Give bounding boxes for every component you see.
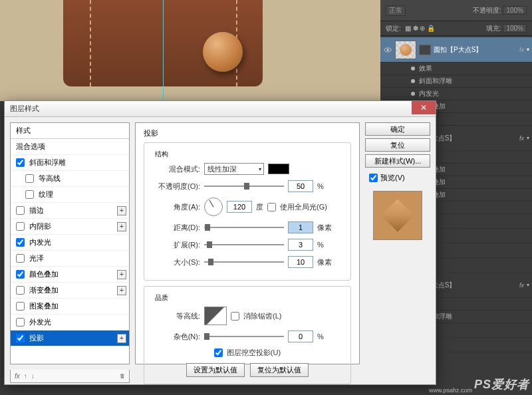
add-icon[interactable]: +: [117, 334, 126, 343]
style-checkbox[interactable]: [16, 238, 25, 247]
spread-slider[interactable]: [204, 244, 284, 245]
style-item-contour[interactable]: 等高线: [11, 171, 129, 187]
style-item-texture[interactable]: 纹理: [11, 187, 129, 203]
opacity-label: 不透明度:: [473, 7, 501, 14]
fx-badge[interactable]: fx: [519, 135, 524, 142]
blend-mode-select[interactable]: 线性加深: [204, 163, 264, 175]
canvas-background: [0, 0, 380, 101]
arrow-up-icon[interactable]: ↑: [24, 372, 27, 380]
spread-input[interactable]: [288, 239, 313, 251]
preview-label: 预览(V): [380, 173, 405, 183]
layer-mask-thumb[interactable]: [419, 45, 431, 55]
fieldset-label: 结构: [152, 150, 171, 159]
blend-options-item[interactable]: 混合选项: [11, 139, 129, 155]
distance-input[interactable]: [288, 221, 313, 233]
fill-label: 填充:: [486, 25, 501, 32]
lock-icons[interactable]: ▦ ✽ ⊕ 🔒: [405, 25, 435, 32]
styles-header[interactable]: 样式: [11, 123, 129, 139]
style-item-inner-glow[interactable]: 内发光: [11, 235, 129, 251]
fx-icon[interactable]: fx: [15, 372, 20, 380]
style-checkbox[interactable]: [25, 190, 34, 199]
collapse-icon[interactable]: ▾: [527, 135, 529, 141]
opacity-label: 不透明度(O):: [152, 182, 200, 192]
fx-badge[interactable]: fx: [519, 47, 524, 53]
noise-slider[interactable]: [204, 336, 284, 337]
fx-badge[interactable]: fx: [519, 282, 524, 289]
effect-row[interactable]: 内发光: [380, 88, 532, 100]
svg-point-1: [387, 49, 389, 51]
stitch-line: [90, 0, 92, 86]
style-checkbox[interactable]: [16, 158, 25, 167]
contour-label: 等高线:: [152, 311, 200, 321]
global-light-checkbox[interactable]: [267, 203, 276, 211]
style-checkbox[interactable]: [16, 334, 25, 342]
collapse-icon[interactable]: ▾: [527, 47, 529, 53]
effect-row[interactable]: 斜面和浮雕: [380, 75, 532, 88]
style-checkbox[interactable]: [16, 206, 25, 215]
contour-picker[interactable]: [204, 307, 227, 325]
distance-label: 距离(D):: [152, 223, 200, 233]
ok-button[interactable]: 确定: [365, 122, 430, 136]
reset-button[interactable]: 复位: [365, 138, 430, 152]
style-checkbox[interactable]: [16, 302, 25, 311]
style-item-bevel[interactable]: 斜面和浮雕: [11, 155, 129, 171]
add-icon[interactable]: +: [117, 222, 126, 231]
distance-slider[interactable]: [204, 227, 284, 228]
layer-thumbnail[interactable]: [395, 41, 416, 59]
visibility-icon[interactable]: [383, 45, 392, 55]
preview-checkbox[interactable]: [369, 174, 378, 182]
blend-mode-select[interactable]: 正常: [386, 5, 406, 16]
effect-label: 内发光: [419, 89, 439, 98]
add-icon[interactable]: +: [117, 286, 126, 295]
style-checkbox[interactable]: [16, 270, 25, 279]
trash-icon[interactable]: 🗑: [120, 373, 125, 379]
add-icon[interactable]: +: [117, 270, 126, 279]
item-label: 斜面和浮雕: [29, 158, 66, 168]
dialog-titlebar[interactable]: 图层样式 ✕: [5, 101, 436, 117]
style-item-inner-shadow[interactable]: 内阴影+: [11, 219, 129, 235]
color-swatch[interactable]: [268, 164, 289, 174]
style-checkbox[interactable]: [16, 222, 25, 231]
fill-value[interactable]: 100%: [503, 24, 527, 33]
noise-input[interactable]: [288, 330, 313, 342]
style-item-gradient-overlay[interactable]: 渐变叠加+: [11, 283, 129, 299]
style-item-drop-shadow[interactable]: 投影+: [11, 330, 129, 346]
new-style-button[interactable]: 新建样式(W)...: [365, 154, 430, 168]
style-checkbox[interactable]: [16, 286, 25, 295]
angle-input[interactable]: [227, 201, 252, 213]
unit-label: 度: [256, 202, 263, 212]
add-icon[interactable]: +: [117, 206, 126, 215]
layer-row[interactable]: 圆扣【P大点S】 fx ▾: [380, 37, 532, 63]
size-label: 大小(S):: [152, 257, 200, 267]
size-input[interactable]: [288, 256, 313, 268]
item-label: 渐变叠加: [29, 285, 59, 295]
knockout-checkbox[interactable]: [214, 348, 223, 357]
unit-label: %: [317, 332, 324, 340]
style-item-stroke[interactable]: 描边+: [11, 203, 129, 219]
antialias-checkbox[interactable]: [231, 312, 239, 321]
style-item-color-overlay[interactable]: 颜色叠加+: [11, 267, 129, 283]
style-checkbox[interactable]: [16, 318, 25, 327]
opacity-input[interactable]: [288, 180, 313, 192]
close-button[interactable]: ✕: [412, 101, 436, 114]
effect-row[interactable]: 效果: [380, 63, 532, 75]
effect-dot: [411, 66, 415, 70]
size-slider[interactable]: [204, 261, 284, 263]
arrow-down-icon[interactable]: ↓: [31, 372, 35, 380]
angle-dial[interactable]: [204, 198, 223, 216]
collapse-icon[interactable]: ▾: [527, 282, 529, 288]
reset-default-button[interactable]: 复位为默认值: [250, 363, 309, 377]
style-item-satin[interactable]: 光泽: [11, 251, 129, 267]
style-checkbox[interactable]: [16, 254, 25, 263]
opacity-value[interactable]: 100%: [503, 6, 527, 15]
unit-label: 像素: [317, 223, 332, 233]
opacity-slider[interactable]: [204, 186, 284, 187]
style-list: 样式 混合选项 斜面和浮雕 等高线 纹理 描边+ 内阴影+ 内发光 光泽 颜色叠…: [10, 122, 130, 364]
antialias-label: 消除锯齿(L): [243, 311, 281, 321]
style-item-outer-glow[interactable]: 外发光: [11, 315, 129, 330]
style-checkbox[interactable]: [25, 174, 34, 183]
angle-label: 角度(A):: [152, 202, 200, 212]
set-default-button[interactable]: 设置为默认值: [186, 363, 245, 377]
style-item-pattern-overlay[interactable]: 图案叠加: [11, 299, 129, 315]
effect-dot: [411, 92, 415, 96]
